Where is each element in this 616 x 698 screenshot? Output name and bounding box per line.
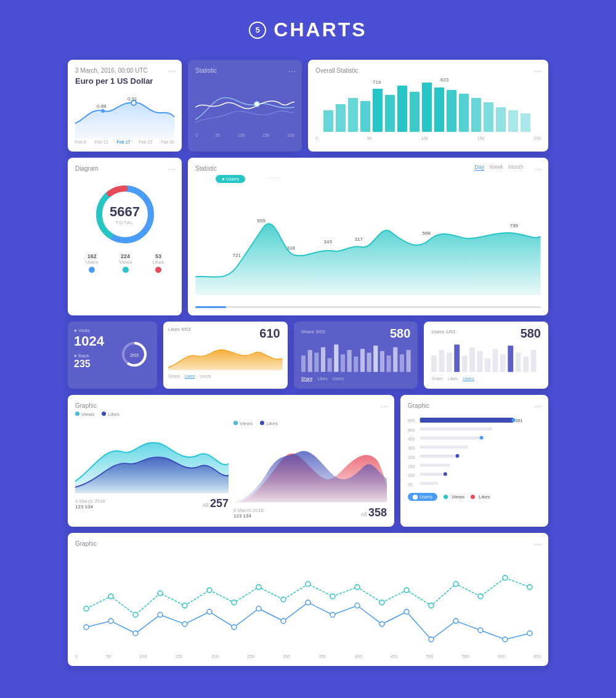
users-badge: ● Users xyxy=(216,175,245,183)
svg-rect-45 xyxy=(347,350,351,372)
svg-text:600: 600 xyxy=(408,428,415,432)
users-tab-share[interactable]: Share xyxy=(431,376,443,381)
graphic-right-menu[interactable]: ··· xyxy=(535,401,542,411)
svg-point-92 xyxy=(133,612,138,617)
svg-rect-67 xyxy=(524,357,529,372)
svg-text:739: 739 xyxy=(510,223,519,229)
likes-tab-share[interactable]: Share xyxy=(168,374,180,379)
euro-card-menu[interactable]: ··· xyxy=(168,66,176,76)
visits-label: ● Visits xyxy=(74,328,151,333)
svg-point-101 xyxy=(355,585,360,590)
users-value: 580 xyxy=(521,327,541,341)
share-value: 580 xyxy=(390,327,410,341)
legend-users: 162 Users xyxy=(86,253,99,273)
donut-area: 5667 TOTAL 162 Users 224 Views xyxy=(75,174,174,279)
likes-tab-users[interactable]: Users xyxy=(200,374,211,379)
users-tab-users[interactable]: Users xyxy=(463,376,474,381)
svg-text:716: 716 xyxy=(373,79,381,85)
svg-rect-61 xyxy=(477,351,483,372)
tab-day[interactable]: Day xyxy=(474,164,484,171)
stat-purple-menu[interactable]: ··· xyxy=(288,66,296,76)
svg-rect-44 xyxy=(341,354,345,371)
svg-rect-13 xyxy=(397,86,407,132)
graphic-bottom-menu[interactable]: ··· xyxy=(535,539,542,549)
graphic-right-card: Graphic ··· 800 391 600 400 300 200 xyxy=(400,395,548,527)
svg-rect-17 xyxy=(447,90,456,132)
svg-rect-51 xyxy=(386,355,391,372)
share-tab-likes[interactable]: Likes xyxy=(317,376,327,381)
svg-rect-7 xyxy=(323,110,333,132)
svg-point-127 xyxy=(527,631,532,636)
svg-text:343: 343 xyxy=(324,239,333,245)
chart-section-1 xyxy=(75,421,229,495)
svg-rect-65 xyxy=(508,346,514,372)
svg-rect-19 xyxy=(471,98,481,132)
svg-text:0.88: 0.88 xyxy=(97,103,107,109)
tab-week[interactable]: Week xyxy=(489,164,503,171)
svg-rect-38 xyxy=(301,355,306,372)
svg-rect-43 xyxy=(334,344,338,371)
likes-chart-card: Likes 4/03 610 Share Likes Use xyxy=(163,322,288,389)
diagram-legend: 162 Users 224 Views 53 Likes xyxy=(75,253,174,273)
svg-point-124 xyxy=(453,619,458,623)
row4: Graphic ··· Views Likes xyxy=(68,395,548,527)
svg-rect-40 xyxy=(314,353,318,372)
euro-chart-area: 0.91 0.88 xyxy=(75,89,174,139)
svg-point-109 xyxy=(84,625,89,630)
svg-point-93 xyxy=(158,591,163,596)
graphic-charts: 4 March 2016123 134 All 257 Views Likes xyxy=(75,421,387,519)
legend-likes: 53 Likes xyxy=(153,253,164,273)
scroll-handle[interactable] xyxy=(195,306,226,308)
tab-month[interactable]: Month xyxy=(508,164,524,171)
svg-rect-52 xyxy=(393,347,397,372)
overall-menu[interactable]: ··· xyxy=(535,66,542,76)
donut-chart: 5667 TOTAL xyxy=(91,181,159,248)
svg-rect-55 xyxy=(431,355,437,372)
svg-rect-16 xyxy=(434,87,444,132)
chart-footer-1: 4 March 2016123 134 All 257 xyxy=(75,497,229,510)
users-chart-card: Users 1/03 580 xyxy=(424,322,548,389)
svg-point-113 xyxy=(182,622,187,627)
legend-dot-likes xyxy=(155,267,161,273)
svg-text:300: 300 xyxy=(408,446,415,450)
scroll-bar[interactable] xyxy=(195,306,541,308)
overall-chart: 716 823 xyxy=(315,76,541,135)
row2: Diagram ··· 5667 TOTAL xyxy=(68,158,548,315)
svg-point-126 xyxy=(503,637,508,642)
graphic-bottom-card: Graphic ··· xyxy=(68,533,548,666)
svg-point-114 xyxy=(207,609,212,614)
diagram-menu[interactable]: ··· xyxy=(168,164,176,174)
likes-tabs: Share Likes Users xyxy=(168,374,283,379)
svg-point-117 xyxy=(281,619,286,623)
svg-rect-11 xyxy=(373,89,383,132)
likes-tab-likes[interactable]: Likes xyxy=(185,374,195,379)
svg-text:721: 721 xyxy=(233,253,241,258)
svg-point-103 xyxy=(404,588,409,593)
share-tab-share[interactable]: Share xyxy=(301,376,313,381)
svg-rect-15 xyxy=(422,83,432,132)
svg-text:200: 200 xyxy=(408,455,415,460)
svg-rect-41 xyxy=(321,347,325,372)
horizontal-bar-chart: 800 391 600 400 300 200 150 xyxy=(408,414,541,488)
graphic-left-menu[interactable]: ··· xyxy=(381,401,388,411)
stat-purple-chart xyxy=(195,76,294,132)
graphic-chart-1: 4 March 2016123 134 All 257 xyxy=(75,421,229,519)
svg-rect-56 xyxy=(439,350,445,372)
svg-point-90 xyxy=(84,606,89,611)
svg-point-125 xyxy=(478,628,483,633)
svg-rect-70 xyxy=(420,418,514,423)
legend-dot-users xyxy=(89,267,95,273)
svg-rect-76 xyxy=(420,437,480,440)
svg-point-99 xyxy=(306,582,310,586)
big-stat-menu[interactable]: ··· xyxy=(535,164,542,174)
svg-point-118 xyxy=(306,600,310,605)
share-tab-users[interactable]: Users xyxy=(333,376,344,381)
svg-text:955: 955 xyxy=(257,218,266,224)
svg-text:400: 400 xyxy=(408,437,415,441)
dot-views xyxy=(75,412,79,416)
svg-rect-66 xyxy=(516,353,521,372)
donut-label: TOTAL xyxy=(110,220,140,225)
svg-point-105 xyxy=(453,582,458,586)
svg-text:800: 800 xyxy=(408,418,415,423)
users-tab-likes[interactable]: Likes xyxy=(448,376,458,381)
